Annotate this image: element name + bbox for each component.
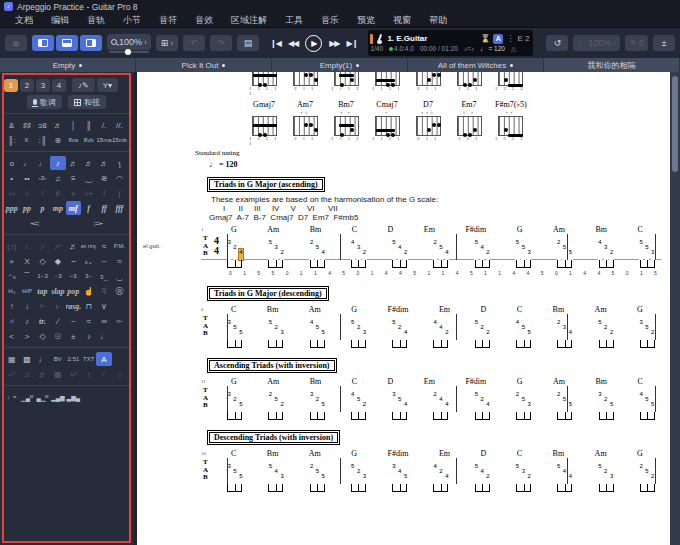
voice-button-3[interactable]: 3 [36,79,50,92]
auto-edit-icon[interactable]: ✎ᴬ [66,367,81,381]
repeat-bar-icon[interactable]: /. [96,118,111,132]
bridge-tool-icon[interactable]: ⌂ [112,367,127,381]
menu-item-3[interactable]: 小节 [114,14,150,27]
let-ring-wave-icon[interactable]: ≋ [96,171,111,185]
repeat-two-prev-icon[interactable]: ∞- [112,314,127,328]
arpeggio-up-icon[interactable]: ↑· [35,299,50,313]
let-ring-text-icon[interactable]: let ring [81,239,96,253]
tab-1[interactable]: Pick It Out [136,58,272,72]
redo-button[interactable]: ↷ [210,35,232,51]
section-letter-icon[interactable]: A [96,352,111,366]
strum-up-icon[interactable]: ↑ [4,299,19,313]
ring-marker-icon[interactable]: Ⓡ [112,284,127,298]
downstroke-icon[interactable]: ⊓ [81,299,96,313]
arpeggio-down-icon[interactable]: ↓· [50,299,65,313]
bend-icon[interactable]: ⌃x [4,269,19,283]
close-repeat-icon[interactable]: :║ [35,133,50,147]
tie-three-icon[interactable]: 3‿ [96,269,111,283]
menu-item-0[interactable]: 文档 [6,14,42,27]
staccato-icon[interactable]: ♪. [19,239,34,253]
dynamic-ff-icon[interactable]: ff [96,201,111,215]
bend-release-icon[interactable]: ⌒ [19,269,34,283]
dynamic-f-icon[interactable]: f [81,201,96,215]
upstroke-icon[interactable]: ∨ [96,299,111,313]
zoom-control[interactable]: 100% ↕ [107,34,151,50]
note-pair-icon[interactable]: ♫ [19,367,34,381]
text-tool-icon[interactable]: TXT [81,352,96,366]
accent-mark-icon[interactable]: < [4,329,19,343]
view-page-button[interactable] [80,35,102,51]
slur-icon[interactable]: ⌣ [66,254,81,268]
slash-notation-icon[interactable]: ♩ [35,352,50,366]
menu-item-5[interactable]: 音效 [186,14,222,27]
more-options-icon[interactable]: ⋮ [506,34,514,43]
accented-pair-icon[interactable]: ♬ [66,239,81,253]
grace-on-beat-icon[interactable]: ♪ [19,314,34,328]
barline-icon[interactable]: │ [66,118,81,132]
grace-before-beat-icon[interactable]: ♪/ [4,314,19,328]
voice-button-2[interactable]: 2 [20,79,34,92]
relative-tempo-button[interactable]: ♩100%↕ [573,35,620,51]
metronome-icon[interactable]: △ [511,45,516,53]
score-page[interactable]: 1 3 2 1 1×○2 1 1× ×1 1 1 2×1 1 2 1××○2 1… [137,72,670,545]
skip-start-button[interactable]: ❙◀ [270,39,281,48]
menu-item-11[interactable]: 帮助 [420,14,456,27]
clef-ottava-icon[interactable]: ɔ8 [35,118,50,132]
chord-button[interactable]: 和弦 [68,95,106,109]
tremolo-icon[interactable]: ≡ [66,171,81,185]
treble-clef-icon[interactable]: & [4,118,19,132]
small-tie-icon[interactable]: ‿ [112,269,127,283]
volume-bars-icon[interactable]: ▂▄▆ [50,390,65,404]
pick-position-icon[interactable]: ± [66,329,81,343]
ghost-duration-icon[interactable]: (♪) [4,239,19,253]
grid-tool-icon[interactable]: ▦ [50,367,65,381]
quindicesima-alta-icon[interactable]: 15ma [96,133,111,147]
play-button[interactable]: ▶ [305,35,322,52]
loop-button[interactable]: ↺ [546,35,568,51]
note-group-icon[interactable]: ♬ [35,367,50,381]
skip-end-button[interactable]: ▶❙ [347,39,358,48]
dynamic-p-icon[interactable]: p [35,201,50,215]
rest-icon[interactable]: ɿ [112,156,127,170]
vibrato-icon[interactable]: ~ [96,254,111,268]
mordent-icon[interactable]: ~ [66,314,81,328]
menu-item-1[interactable]: 编辑 [42,14,78,27]
multipage-button[interactable]: ⊞↕ [156,35,178,51]
plus-minus-button[interactable]: ± [653,35,675,51]
augmentation-dot-icon[interactable]: • [4,171,19,185]
wide-vibrato-icon[interactable]: ≈ [112,254,127,268]
stem-down-note-icon[interactable]: ♩ [96,329,111,343]
menu-item-10[interactable]: 视窗 [384,14,420,27]
menu-item-2[interactable]: 音轨 [78,14,114,27]
vertical-scrollbar[interactable] [670,72,680,545]
menu-item-9[interactable]: 预览 [348,14,384,27]
beam-notes-icon[interactable]: ♫ [50,171,65,185]
fast-forward-button[interactable]: ▶▶ [329,39,339,48]
double-barline-icon[interactable]: ║ [81,118,96,132]
grace-accidental-icon[interactable]: ſ [96,186,111,200]
golpe-icon[interactable]: ☉ [50,329,65,343]
instrument-bars-icon[interactable]: ▃▆▄ [66,390,81,404]
tab-4[interactable]: 我和你的相隔 [544,58,680,72]
undo-button[interactable]: ↶ [183,35,205,51]
thirty-second-note-icon[interactable]: ♬ [81,156,96,170]
zoom-slider-knob[interactable] [125,49,131,55]
dynamic-pp-icon[interactable]: pp [19,201,34,215]
track-panel[interactable]: 1. E.Guitar ⌛ A ⋮ E 2 1/40 4.0:4.0 00:00… [368,30,533,56]
slide-accidental-icon[interactable]: ʃ [112,186,127,200]
trill-icon[interactable]: tr. [35,314,50,328]
view-horizontal-button[interactable] [56,35,78,51]
note-edit-button[interactable]: ♪✎ [72,78,95,92]
left-hand-tap-icon[interactable]: ☝ [81,284,96,298]
automation-bars-icon[interactable]: ▄▁ᴹ [35,390,50,404]
master-bars-icon[interactable]: ▁▄ᴹ [19,390,34,404]
pitch-button[interactable]: ✎0 [625,35,648,51]
key-signature-icon[interactable]: ♯♯ [19,118,34,132]
grace-notes-icon[interactable]: ♬ [50,118,65,132]
heavy-dead-note-icon[interactable]: X [19,254,34,268]
repeat-two-bars-icon[interactable]: //. [112,118,127,132]
slide-to-icon[interactable]: ⌣3 [50,269,65,283]
tab-0[interactable]: Empty [0,58,136,72]
slide-from-icon[interactable]: 3⌣ [81,269,96,283]
fretboard-diagram-tool-icon[interactable]: ▩ [19,352,34,366]
